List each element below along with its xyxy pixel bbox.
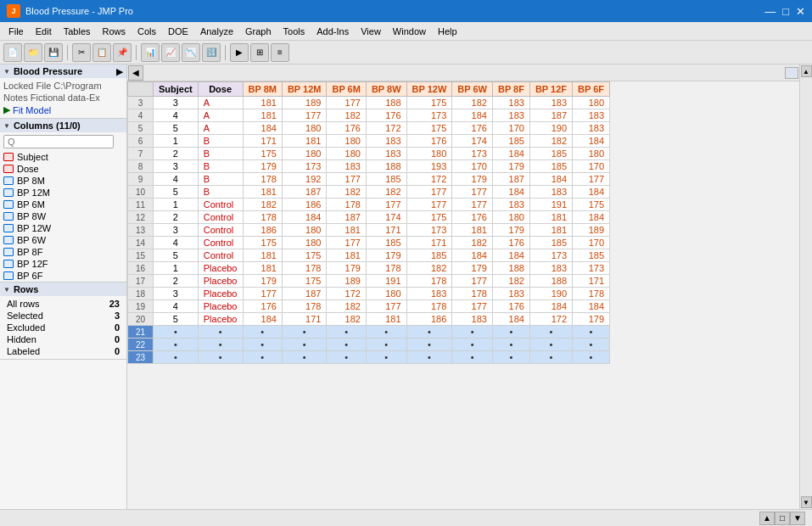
copy-btn[interactable]: 📋 bbox=[92, 43, 111, 62]
status-square-btn[interactable]: □ bbox=[775, 512, 790, 525]
btn6[interactable]: 🔢 bbox=[202, 43, 221, 62]
bp12m-cell: 186 bbox=[282, 199, 327, 211]
menu-item-edit[interactable]: Edit bbox=[31, 25, 57, 38]
table-row[interactable]: 7 2 B 175 180 180 183 180 173 184 185 18… bbox=[128, 148, 610, 160]
subject-cell: 5 bbox=[154, 122, 199, 135]
table-row[interactable]: 22••••••••••• bbox=[128, 339, 610, 351]
menu-item-graph[interactable]: Graph bbox=[240, 25, 277, 38]
bp8f-cell: 183 bbox=[492, 199, 529, 211]
window-controls[interactable]: — □ ✕ bbox=[764, 5, 805, 18]
menu-bar: FileEditTablesRowsColsDOEAnalyzeGraphToo… bbox=[0, 22, 812, 41]
bp6w-header[interactable]: BP 6W bbox=[452, 82, 493, 97]
table-row[interactable]: 13 3 Control 186 180 181 171 173 181 179… bbox=[128, 224, 610, 237]
save-btn[interactable]: 💾 bbox=[44, 43, 63, 62]
menu-item-window[interactable]: Window bbox=[388, 25, 431, 38]
table-row[interactable]: 14 4 Control 175 180 177 185 171 182 176… bbox=[128, 237, 610, 249]
bp6f-header[interactable]: BP 6F bbox=[573, 82, 610, 97]
col-item-bp-8m[interactable]: BP 8M bbox=[0, 175, 126, 187]
bp8f-header[interactable]: BP 8F bbox=[492, 82, 529, 97]
btn7[interactable]: ▶ bbox=[230, 43, 249, 62]
table-row[interactable]: 19 4 Placebo 176 178 182 177 178 177 176… bbox=[128, 300, 610, 313]
table-row[interactable]: 21••••••••••• bbox=[128, 326, 610, 339]
col-item-bp-6m[interactable]: BP 6M bbox=[0, 199, 126, 210]
dot-cell: • bbox=[154, 339, 199, 351]
dose-cell: Control bbox=[198, 224, 243, 237]
bp12w-header[interactable]: BP 12W bbox=[406, 82, 452, 97]
menu-item-add-ins[interactable]: Add-Ins bbox=[311, 25, 354, 38]
table-row[interactable]: 4 4 A 181 177 182 176 173 184 183 187 18… bbox=[128, 109, 610, 122]
col-item-bp-12f[interactable]: BP 12F bbox=[0, 258, 126, 270]
table-row[interactable]: 8 3 B 179 173 183 188 193 170 179 185 17… bbox=[128, 160, 610, 173]
menu-item-help[interactable]: Help bbox=[433, 25, 462, 38]
dot-cell: • bbox=[492, 339, 529, 351]
col-item-bp-6w[interactable]: BP 6W bbox=[0, 234, 126, 246]
expand-icon[interactable]: ▶ bbox=[116, 67, 123, 76]
table-row[interactable]: 9 4 B 178 192 177 185 172 179 187 184 17… bbox=[128, 173, 610, 186]
nav-left-btn[interactable]: ◀ bbox=[128, 65, 143, 81]
table-row[interactable]: 23••••••••••• bbox=[128, 351, 610, 364]
menu-item-rows[interactable]: Rows bbox=[98, 25, 132, 38]
cut-btn[interactable]: ✂ bbox=[72, 43, 91, 62]
table-row[interactable]: 6 1 B 171 181 180 183 176 174 185 182 18… bbox=[128, 135, 610, 148]
menu-item-file[interactable]: File bbox=[3, 25, 29, 38]
btn9[interactable]: ≡ bbox=[271, 43, 289, 62]
table-row[interactable]: 15 5 Control 181 175 181 179 185 184 184… bbox=[128, 249, 610, 262]
bp6w-cell: 178 bbox=[452, 288, 493, 300]
menu-item-analyze[interactable]: Analyze bbox=[195, 25, 238, 38]
locked-file-info: Locked File C:\Program bbox=[3, 80, 123, 92]
menu-item-doe[interactable]: DOE bbox=[163, 25, 193, 38]
col-item-bp-12m[interactable]: BP 12M bbox=[0, 187, 126, 199]
rows-header[interactable]: ▼ Rows bbox=[0, 283, 126, 296]
col-name: BP 12W bbox=[17, 223, 51, 233]
data-table-header[interactable]: ▼ Blood Pressure ▶ bbox=[0, 64, 126, 78]
selected-count: 3 bbox=[115, 311, 120, 321]
table-row[interactable]: 12 2 Control 178 184 187 174 175 176 180… bbox=[128, 211, 610, 224]
minimize-btn[interactable]: — bbox=[764, 5, 776, 18]
col-item-bp-6f[interactable]: BP 6F bbox=[0, 270, 126, 282]
data-table-container[interactable]: Subject Dose BP 8M BP 12M BP 6M BP 8W BP… bbox=[127, 81, 799, 509]
menu-item-cols[interactable]: Cols bbox=[132, 25, 161, 38]
menu-item-tools[interactable]: Tools bbox=[278, 25, 311, 38]
bp6m-header[interactable]: BP 6M bbox=[327, 82, 366, 97]
fit-model-link[interactable]: ▶ Fit Model bbox=[3, 104, 123, 116]
table-row[interactable]: 20 5 Placebo 184 171 182 181 186 183 184… bbox=[128, 313, 610, 326]
col-item-subject[interactable]: Subject bbox=[0, 151, 126, 163]
btn8[interactable]: ⊞ bbox=[250, 43, 269, 62]
table-row[interactable]: 10 5 B 181 187 182 182 177 177 184 183 1… bbox=[128, 186, 610, 199]
subject-header[interactable]: Subject bbox=[154, 82, 199, 97]
right-scrollbar[interactable]: ▲ ▼ bbox=[799, 64, 812, 509]
table-row[interactable]: 5 5 A 184 180 176 172 175 176 170 190 18… bbox=[128, 122, 610, 135]
row-num-cell: 23 bbox=[128, 351, 154, 364]
status-up-btn[interactable]: ▲ bbox=[759, 512, 775, 525]
columns-header[interactable]: ▼ Columns (11/0) bbox=[0, 119, 126, 132]
btn5[interactable]: 📉 bbox=[182, 43, 200, 62]
col-item-bp-12w[interactable]: BP 12W bbox=[0, 222, 126, 234]
status-down-btn[interactable]: ▼ bbox=[790, 512, 805, 525]
table-row[interactable]: 18 3 Placebo 177 187 172 180 183 178 183… bbox=[128, 288, 610, 300]
maximize-btn[interactable]: □ bbox=[782, 5, 789, 18]
columns-search[interactable] bbox=[3, 135, 114, 148]
col-item-bp-8f[interactable]: BP 8F bbox=[0, 246, 126, 258]
btn3[interactable]: 📊 bbox=[141, 43, 160, 62]
menu-item-tables[interactable]: Tables bbox=[59, 25, 96, 38]
menu-item-view[interactable]: View bbox=[356, 25, 386, 38]
bp12f-header[interactable]: BP 12F bbox=[529, 82, 572, 97]
bp12m-header[interactable]: BP 12M bbox=[282, 82, 327, 97]
col-item-bp-8w[interactable]: BP 8W bbox=[0, 210, 126, 222]
scroll-up-btn[interactable]: ▲ bbox=[801, 65, 812, 77]
paste-btn[interactable]: 📌 bbox=[113, 43, 132, 62]
open-btn[interactable]: 📁 bbox=[24, 43, 42, 62]
table-row[interactable]: 17 2 Placebo 179 175 189 191 178 177 182… bbox=[128, 275, 610, 288]
bp6m-cell: 172 bbox=[327, 288, 366, 300]
dose-header[interactable]: Dose bbox=[198, 82, 243, 97]
table-row[interactable]: 16 1 Placebo 181 178 179 178 182 179 188… bbox=[128, 262, 610, 275]
table-row[interactable]: 11 1 Control 182 186 178 177 177 177 183… bbox=[128, 199, 610, 211]
close-btn[interactable]: ✕ bbox=[796, 5, 805, 18]
scroll-down-btn[interactable]: ▼ bbox=[801, 496, 812, 508]
table-row[interactable]: 3 3 A 181 189 177 188 175 182 183 183 18… bbox=[128, 97, 610, 109]
btn4[interactable]: 📈 bbox=[161, 43, 180, 62]
col-item-dose[interactable]: Dose bbox=[0, 163, 126, 175]
new-btn[interactable]: 📄 bbox=[3, 43, 22, 62]
bp8m-header[interactable]: BP 8M bbox=[243, 82, 282, 97]
bp8w-header[interactable]: BP 8W bbox=[366, 82, 406, 97]
